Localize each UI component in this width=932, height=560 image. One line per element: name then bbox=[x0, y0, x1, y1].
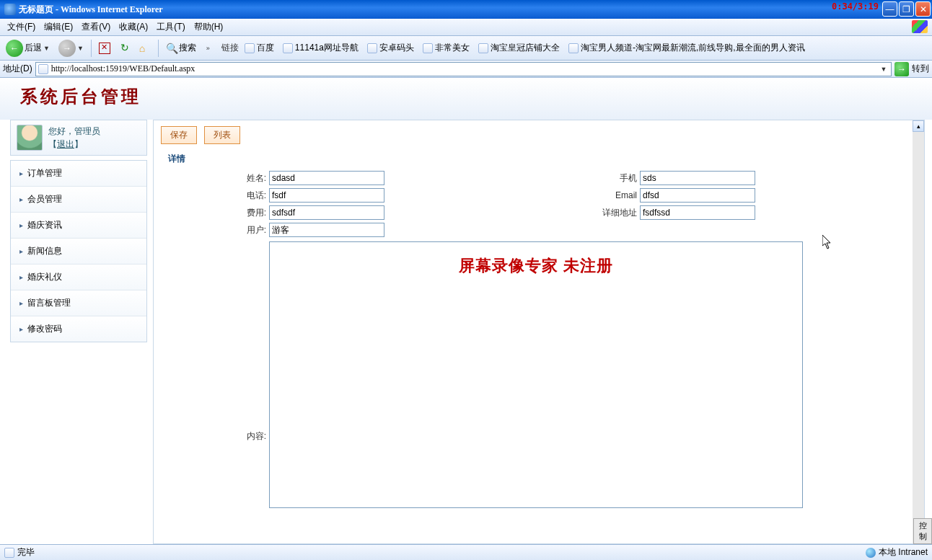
page-icon bbox=[423, 43, 433, 53]
url-field[interactable]: ▼ bbox=[35, 62, 892, 76]
link-text: 11141a网址导航 bbox=[295, 42, 359, 54]
link-text: 安卓码头 bbox=[379, 42, 414, 54]
url-input[interactable] bbox=[51, 63, 876, 74]
window-minimize-button[interactable]: — bbox=[882, 1, 897, 17]
menu-edit[interactable]: 编辑(E) bbox=[40, 19, 77, 35]
windows-logo-icon bbox=[912, 20, 928, 33]
search-label: 搜索 bbox=[179, 42, 196, 54]
favorite-link[interactable]: 淘宝皇冠店铺大全 bbox=[475, 41, 563, 55]
search-icon: 🔍 bbox=[166, 43, 177, 54]
link-text: 淘宝皇冠店铺大全 bbox=[491, 42, 560, 54]
url-dropdown-icon[interactable]: ▼ bbox=[879, 66, 889, 73]
search-button[interactable]: 🔍 搜索 bbox=[163, 40, 199, 55]
back-icon: ← bbox=[6, 40, 23, 57]
ie-icon bbox=[4, 4, 16, 15]
page-icon bbox=[283, 43, 293, 53]
window-close-button[interactable]: ✕ bbox=[915, 1, 931, 17]
toolbar-overflow-icon[interactable]: » bbox=[206, 45, 210, 52]
home-icon: ⌂ bbox=[139, 43, 151, 54]
back-button[interactable]: ← 后退 ▼ bbox=[3, 38, 53, 58]
menu-help[interactable]: 帮助(H) bbox=[190, 19, 228, 35]
favorite-link[interactable]: 非常美女 bbox=[420, 41, 472, 55]
page-icon bbox=[568, 43, 579, 53]
browser-toolbar: ← 后退 ▼ → ▼ ↻ ⌂ 🔍 搜索 » 链接 百度 11141a网址导航 安… bbox=[0, 36, 932, 61]
link-text: 百度 bbox=[257, 42, 274, 54]
refresh-button[interactable]: ↻ bbox=[116, 41, 133, 55]
chevron-down-icon: ▼ bbox=[43, 45, 50, 52]
favorite-link[interactable]: 淘宝男人频道-淘宝网最新潮流,前线导购,最全面的男人资讯 bbox=[566, 41, 808, 55]
favorite-link[interactable]: 百度 bbox=[242, 41, 277, 55]
menu-file[interactable]: 文件(F) bbox=[3, 19, 40, 35]
page-icon bbox=[478, 43, 488, 53]
separator bbox=[158, 40, 159, 57]
page-icon bbox=[367, 43, 377, 53]
home-button[interactable]: ⌂ bbox=[136, 41, 154, 55]
forward-icon: → bbox=[58, 40, 76, 57]
links-label: 链接 bbox=[221, 42, 239, 54]
stop-icon bbox=[99, 43, 110, 54]
favorite-link[interactable]: 安卓码头 bbox=[364, 41, 417, 55]
page-icon bbox=[245, 43, 255, 53]
back-label: 后退 bbox=[25, 42, 42, 54]
chevron-down-icon: ▼ bbox=[77, 45, 84, 52]
go-button[interactable]: → bbox=[894, 62, 909, 76]
address-label: 地址(D) bbox=[3, 63, 32, 75]
address-bar: 地址(D) ▼ → 转到 bbox=[0, 61, 932, 78]
go-label: 转到 bbox=[912, 63, 929, 75]
favorite-link[interactable]: 11141a网址导航 bbox=[280, 41, 361, 55]
link-text: 淘宝男人频道-淘宝网最新潮流,前线导购,最全面的男人资讯 bbox=[581, 42, 805, 54]
window-title: 无标题页 - Windows Internet Explorer bbox=[19, 4, 163, 16]
menu-view[interactable]: 查看(V) bbox=[77, 19, 115, 35]
refresh-icon: ↻ bbox=[119, 43, 131, 54]
window-maximize-button[interactable]: ❐ bbox=[899, 1, 914, 17]
forward-button[interactable]: → ▼ bbox=[56, 38, 87, 58]
recording-timer: 0:34/3:19 bbox=[832, 1, 879, 12]
window-titlebar: 无标题页 - Windows Internet Explorer 0:34/3:… bbox=[0, 0, 932, 19]
menu-tools[interactable]: 工具(T) bbox=[152, 19, 189, 35]
stop-button[interactable] bbox=[96, 41, 113, 55]
link-text: 非常美女 bbox=[435, 42, 470, 54]
separator bbox=[91, 40, 92, 57]
page-icon bbox=[38, 64, 48, 74]
menu-favorites[interactable]: 收藏(A) bbox=[115, 19, 152, 35]
menu-bar: 文件(F) 编辑(E) 查看(V) 收藏(A) 工具(T) 帮助(H) bbox=[0, 19, 932, 36]
